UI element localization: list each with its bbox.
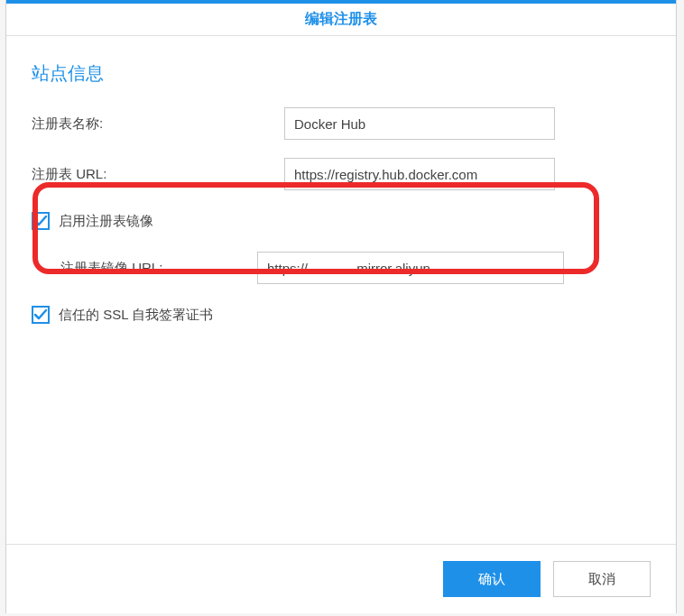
dialog-footer: 确认 取消 bbox=[6, 544, 676, 613]
dialog-body: 站点信息 注册表名称: 注册表 URL: 启用注册表镜像 注册表镜像 URL: bbox=[6, 36, 676, 544]
dialog-header: 编辑注册表 bbox=[6, 0, 676, 36]
registry-url-label: 注册表 URL: bbox=[32, 166, 284, 183]
edit-registry-dialog: 编辑注册表 站点信息 注册表名称: 注册表 URL: 启用注册表镜像 注册表镜像… bbox=[5, 0, 677, 613]
ok-button[interactable]: 确认 bbox=[443, 561, 541, 597]
mirror-url-input[interactable] bbox=[257, 252, 564, 284]
mirror-url-label: 注册表镜像 URL: bbox=[60, 260, 257, 277]
dialog-title: 编辑注册表 bbox=[305, 10, 377, 29]
trust-ssl-row: 信任的 SSL 自我签署证书 bbox=[32, 302, 651, 327]
registry-name-label: 注册表名称: bbox=[32, 115, 284, 133]
registry-name-input[interactable] bbox=[284, 107, 555, 140]
checkmark-icon bbox=[33, 214, 48, 228]
registry-url-input[interactable] bbox=[284, 158, 555, 190]
registry-name-row: 注册表名称: bbox=[32, 107, 651, 140]
mirror-url-row: 注册表镜像 URL: bbox=[60, 252, 651, 284]
trust-ssl-label: 信任的 SSL 自我签署证书 bbox=[59, 307, 213, 324]
enable-mirror-checkbox[interactable] bbox=[32, 212, 50, 230]
trust-ssl-checkbox[interactable] bbox=[32, 306, 50, 324]
registry-url-row: 注册表 URL: bbox=[32, 158, 651, 190]
cancel-button[interactable]: 取消 bbox=[553, 561, 651, 597]
enable-mirror-label: 启用注册表镜像 bbox=[59, 213, 153, 230]
enable-mirror-row: 启用注册表镜像 bbox=[32, 208, 651, 234]
checkmark-icon bbox=[33, 308, 48, 322]
section-title: 站点信息 bbox=[32, 61, 651, 86]
